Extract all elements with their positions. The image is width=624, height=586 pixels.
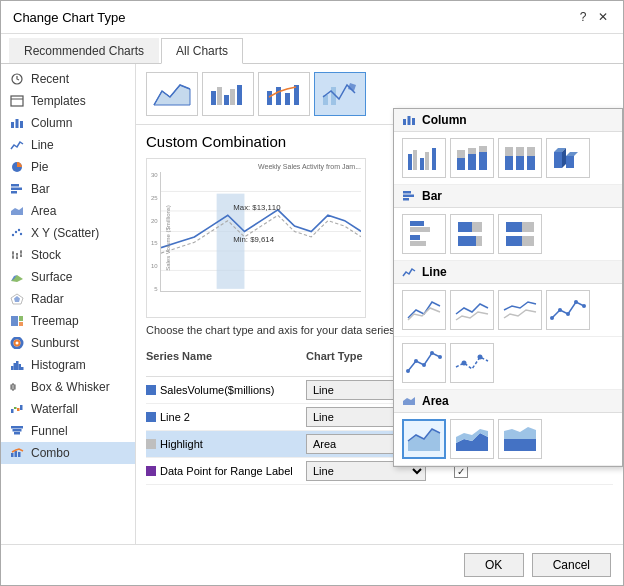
- ok-button[interactable]: OK: [464, 553, 524, 577]
- area-chart-options: [394, 413, 622, 466]
- sidebar-item-sunburst[interactable]: Sunburst: [1, 332, 135, 354]
- svg-rect-44: [17, 408, 20, 411]
- sidebar-item-column[interactable]: Column: [1, 112, 135, 134]
- svg-point-11: [12, 234, 14, 236]
- line-chart-icon: [9, 138, 25, 152]
- series-color-swatch: [146, 466, 156, 476]
- area-chart-icon: [9, 204, 25, 218]
- svg-rect-98: [403, 191, 411, 194]
- svg-rect-100: [403, 198, 409, 201]
- chart-style-btn-3[interactable]: [258, 72, 310, 116]
- svg-rect-102: [410, 227, 430, 232]
- area-basic-btn[interactable]: [402, 419, 446, 459]
- histogram-chart-icon: [9, 358, 25, 372]
- picker-section-bar: Bar: [394, 185, 622, 208]
- line-stacked-btn[interactable]: [450, 290, 494, 330]
- column-clustered-btn[interactable]: [402, 138, 446, 178]
- svg-marker-125: [403, 397, 415, 405]
- sidebar-item-templates[interactable]: Templates: [1, 90, 135, 112]
- svg-rect-76: [408, 154, 412, 170]
- svg-marker-10: [11, 207, 23, 215]
- svg-rect-75: [412, 118, 415, 125]
- column-100-btn[interactable]: [498, 138, 542, 178]
- chart-style-btn-2[interactable]: [202, 72, 254, 116]
- sidebar-item-histogram[interactable]: Histogram: [1, 354, 135, 376]
- sidebar-item-stock[interactable]: Stock: [1, 244, 135, 266]
- svg-rect-91: [527, 156, 535, 170]
- svg-rect-47: [13, 429, 22, 432]
- line-extra-btn-1[interactable]: [402, 343, 446, 383]
- svg-rect-78: [420, 158, 424, 170]
- waterfall-chart-icon: [9, 402, 25, 416]
- tab-all-charts[interactable]: All Charts: [161, 38, 243, 64]
- line-extra-btn-2[interactable]: [450, 343, 494, 383]
- svg-rect-55: [224, 95, 229, 105]
- sidebar-item-funnel[interactable]: Funnel: [1, 420, 135, 442]
- sidebar-item-pie[interactable]: Pie: [1, 156, 135, 178]
- sidebar-item-area[interactable]: Area: [1, 200, 135, 222]
- sidebar-item-bar[interactable]: Bar: [1, 178, 135, 200]
- line-chart-options: [394, 284, 622, 337]
- svg-marker-130: [504, 427, 536, 439]
- bar-clustered-btn[interactable]: [402, 214, 446, 254]
- svg-point-113: [550, 316, 554, 320]
- area-stacked-btn[interactable]: [450, 419, 494, 459]
- svg-rect-5: [20, 121, 23, 128]
- svg-rect-8: [11, 188, 22, 191]
- sunburst-chart-icon: [9, 336, 25, 350]
- svg-rect-59: [276, 87, 281, 105]
- svg-text:Max: $13,110: Max: $13,110: [233, 203, 280, 212]
- sidebar-item-surface[interactable]: Surface: [1, 266, 135, 288]
- bar-100-btn[interactable]: [498, 214, 542, 254]
- line-markers-btn[interactable]: [546, 290, 590, 330]
- line-basic-btn[interactable]: [402, 290, 446, 330]
- svg-rect-73: [403, 119, 406, 125]
- help-button[interactable]: ?: [575, 9, 591, 25]
- svg-rect-77: [413, 150, 417, 170]
- sidebar-item-box[interactable]: Box & Whisker: [1, 376, 135, 398]
- area-100-btn[interactable]: [498, 419, 542, 459]
- column-section-icon: [402, 114, 416, 126]
- svg-rect-107: [458, 236, 476, 246]
- svg-rect-83: [468, 154, 476, 170]
- svg-rect-56: [230, 89, 235, 105]
- sidebar-item-radar[interactable]: Radar: [1, 288, 135, 310]
- svg-rect-106: [472, 222, 482, 232]
- svg-rect-82: [457, 150, 465, 158]
- svg-rect-109: [506, 222, 522, 232]
- col-header-name: Series Name: [146, 350, 306, 374]
- sidebar-item-xy[interactable]: X Y (Scatter): [1, 222, 135, 244]
- bar-stacked-btn[interactable]: [450, 214, 494, 254]
- svg-rect-103: [410, 235, 420, 240]
- svg-rect-92: [527, 147, 535, 156]
- svg-point-115: [566, 312, 570, 316]
- sidebar-item-waterfall[interactable]: Waterfall: [1, 398, 135, 420]
- picker-section-column: Column: [394, 109, 622, 132]
- svg-rect-74: [408, 116, 411, 125]
- sidebar-item-line[interactable]: Line: [1, 134, 135, 156]
- title-bar-controls: ? ✕: [575, 9, 611, 25]
- chart-style-btn-4[interactable]: [314, 72, 366, 116]
- svg-rect-48: [14, 432, 20, 435]
- svg-rect-86: [479, 146, 487, 152]
- close-button[interactable]: ✕: [595, 9, 611, 25]
- svg-rect-3: [11, 122, 14, 128]
- line-section-icon: [402, 266, 416, 278]
- line-100-btn[interactable]: [498, 290, 542, 330]
- column-3d-btn[interactable]: [546, 138, 590, 178]
- picker-section-line: Line: [394, 261, 622, 284]
- templates-icon: [9, 94, 25, 108]
- svg-rect-46: [11, 426, 23, 429]
- svg-rect-45: [20, 405, 23, 410]
- chart-style-btn-1[interactable]: [146, 72, 198, 116]
- sidebar-item-combo[interactable]: Combo: [1, 442, 135, 464]
- column-stacked-btn[interactable]: [450, 138, 494, 178]
- tab-recommended[interactable]: Recommended Charts: [9, 38, 159, 63]
- column-chart-options: [394, 132, 622, 185]
- cancel-button[interactable]: Cancel: [532, 553, 611, 577]
- bottom-bar: OK Cancel: [1, 544, 623, 585]
- sidebar-item-treemap[interactable]: Treemap: [1, 310, 135, 332]
- svg-point-120: [422, 363, 426, 367]
- sidebar-item-recent[interactable]: Recent: [1, 68, 135, 90]
- svg-rect-30: [19, 322, 23, 326]
